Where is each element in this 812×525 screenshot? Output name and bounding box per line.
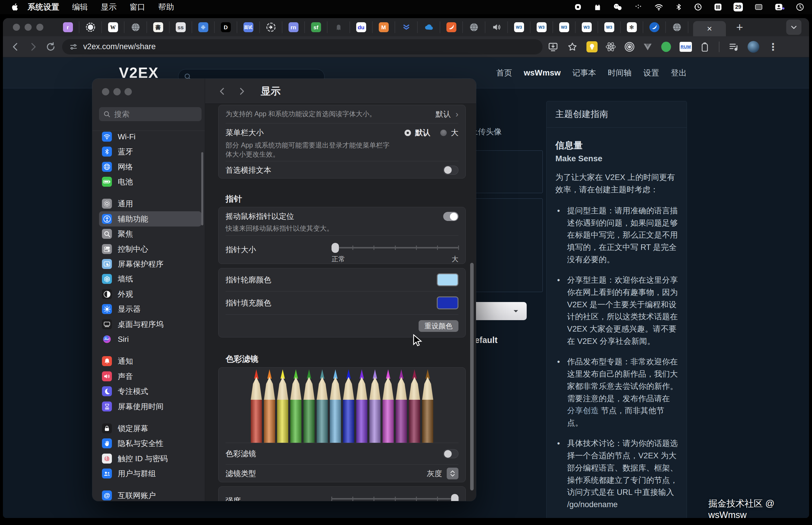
sidebar-item-聚焦[interactable]: 聚焦 [99,226,202,241]
forward-chevron-icon[interactable] [237,87,246,96]
time-machine-icon[interactable] [694,3,702,11]
record-stop-icon[interactable] [574,3,582,11]
sidebar-item-显示器[interactable]: 显示器 [99,301,202,317]
reading-list-icon[interactable] [728,42,739,52]
new-tab-button[interactable]: + [732,21,747,34]
wechat-icon[interactable] [613,3,623,11]
toggle-switch[interactable] [443,449,459,458]
v2ex-nav-1[interactable]: 首页 [496,68,512,78]
pointer-fill-color-swatch[interactable] [437,297,459,309]
minimize-window-button[interactable] [25,24,32,31]
site-info-icon[interactable] [69,42,78,51]
sidebar-item-屏幕保护程序[interactable]: 屏幕保护程序 [99,256,202,272]
pinned-tab-2[interactable] [79,21,102,33]
slider-handle[interactable] [451,494,459,501]
slider-handle[interactable] [332,243,339,253]
pinned-tab-13[interactable] [328,21,350,33]
pointer-outline-color-swatch[interactable] [437,273,459,286]
pinned-tab-24[interactable]: W3 [576,21,598,33]
sidebar-item-网络[interactable]: 网络 [99,159,202,175]
window-controls[interactable] [13,24,48,31]
install-app-icon[interactable] [548,42,558,52]
calendar-icon[interactable]: 29 [734,3,743,11]
pinned-tab-12[interactable]: sf [305,21,328,33]
pinned-tab-25[interactable]: W3 [598,21,621,33]
sidebar-item-电池[interactable]: 电池 [99,174,202,189]
menu-item-1[interactable]: 系统设置 [21,3,66,11]
v2ex-nav-4[interactable]: 时间轴 [608,68,632,78]
input-dots-icon[interactable] [634,3,643,11]
close-window-button[interactable] [102,88,109,95]
pinned-tab-27[interactable] [643,21,666,33]
react-icon[interactable] [605,41,616,52]
forward-button[interactable] [28,42,38,52]
sidebar-item-通知[interactable]: 通知 [99,354,202,369]
keep-bulb-icon[interactable] [586,41,598,52]
radio-large[interactable] [440,130,447,136]
filter-type-value[interactable]: 灰度 [427,468,442,479]
sidebar-item-锁定屏幕[interactable]: 锁定屏幕 [99,421,202,436]
pinned-tab-18[interactable] [440,21,463,33]
sidebar-item-辅助功能[interactable]: 辅助功能 [99,211,202,226]
browser-menu-kebab-icon[interactable]: ⋮ [768,41,778,53]
sidebar-item-触控 ID 与密码[interactable]: 触控 ID 与密码 [99,451,202,466]
sidebar-item-通用[interactable]: 通用 [99,196,202,211]
reload-button[interactable] [46,42,56,52]
pinned-tab-17[interactable] [418,21,440,33]
pinned-tab-4[interactable] [125,21,147,33]
green-dot-icon[interactable] [660,41,672,53]
sidebar-item-Siri[interactable]: Siri [99,332,202,347]
guide-node-link[interactable]: 分享创造 [567,406,599,415]
minimize-window-button[interactable] [113,88,121,95]
font-size-value[interactable]: 默认 [436,109,451,119]
radio-default[interactable] [405,130,411,136]
sidebar-item-外观[interactable]: 外观 [99,286,202,302]
sidebar-item-屏幕使用时间[interactable]: 屏幕使用时间 [99,399,202,414]
slider[interactable]: 正常大 [332,239,459,260]
sidebar-item-隐私与安全性[interactable]: 隐私与安全性 [99,436,202,451]
sidebar-item-互联网账户[interactable]: @互联网账户 [99,488,202,501]
sidebar-item-墙纸[interactable]: 墙纸 [99,271,202,286]
pinned-tab-11[interactable]: rn [282,21,305,33]
vue-icon[interactable] [643,42,653,51]
sidebar-item-用户与群组[interactable]: 用户与群组 [99,466,202,481]
display-icon[interactable] [754,3,763,11]
pinned-tab-14[interactable]: du [350,21,373,33]
sidebar-item-专注模式[interactable]: 专注模式 [99,384,202,399]
back-chevron-icon[interactable] [218,87,227,96]
v2ex-nav-5[interactable]: 设置 [643,68,659,78]
app-cat-icon[interactable] [593,3,602,11]
clock-icon[interactable] [796,3,804,11]
pinned-tab-3[interactable]: W [102,21,125,33]
pinned-tab-15[interactable]: M [373,21,395,33]
sidebar-item-桌面与程序坞[interactable]: 桌面与程序坞 [99,317,202,332]
reset-colors-button[interactable]: 重设颜色 [419,320,459,332]
settings-scrollbar[interactable] [470,263,474,491]
pinned-tab-7[interactable]: ❉ [192,21,215,33]
v2ex-nav-6[interactable]: 登出 [671,68,687,78]
menu-item-4[interactable]: 窗口 [123,3,152,11]
pinned-tab-19[interactable] [463,21,485,33]
back-button[interactable] [11,42,20,52]
filter-type-stepper[interactable] [447,468,459,479]
clipboard-icon[interactable] [699,42,710,52]
user-switch-icon[interactable] [774,3,784,11]
profile-avatar[interactable] [748,41,759,53]
toggle-switch[interactable] [443,212,459,221]
apple-logo-icon[interactable] [8,3,21,11]
pinned-tab-1[interactable]: r [57,21,79,33]
v2ex-nav-3[interactable]: 记事本 [572,68,596,78]
slider[interactable] [332,491,459,501]
tab-search-chevron-button[interactable] [786,20,801,35]
pinned-tab-20[interactable] [485,21,508,33]
bluetooth-icon[interactable] [675,3,683,11]
sidebar-item-控制中心[interactable]: 控制中心 [99,241,202,257]
active-tab[interactable]: × [693,21,726,36]
pinned-tab-22[interactable]: W3 [531,21,553,33]
sidebar-item-蓝牙[interactable]: 蓝牙 [99,144,202,159]
pinned-tab-26[interactable]: ✻ [621,21,643,33]
wifi-icon[interactable] [654,3,664,11]
close-window-button[interactable] [13,24,20,31]
v2ex-nav-2[interactable]: wsWmsw [524,68,561,77]
zoom-window-button[interactable] [36,24,43,31]
